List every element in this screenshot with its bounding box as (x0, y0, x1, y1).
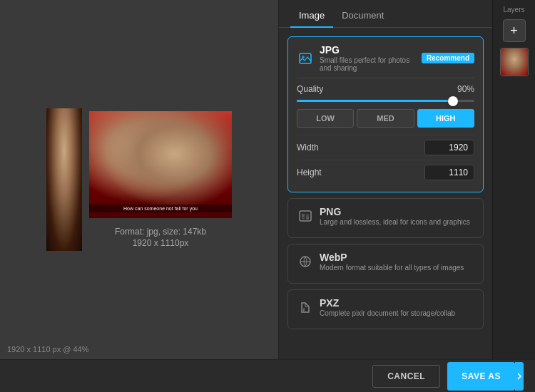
add-layer-button[interactable]: + (503, 19, 526, 42)
layer-thumbnail[interactable] (500, 48, 529, 76)
canvas-area: How can someone not fall for you Format:… (0, 0, 278, 359)
quality-slider-container[interactable] (297, 100, 474, 102)
main-image-preview: How can someone not fall for you (89, 111, 232, 218)
quality-section: Quality 90% LOW MED HIGH (297, 78, 474, 185)
layers-title: Layers (503, 6, 524, 14)
quality-label: Quality (297, 84, 323, 94)
quality-btn-high[interactable]: HIGH (417, 109, 474, 128)
svg-rect-0 (300, 53, 311, 63)
webp-desc: Modern format suitable for all types of … (320, 264, 474, 272)
height-label: Height (297, 167, 322, 177)
save-wrapper: SAVE AS (447, 362, 524, 391)
jpg-icon (297, 50, 314, 67)
format-info-line: Format: jpg, size: 147kb (115, 227, 206, 237)
quality-buttons: LOW MED HIGH (297, 109, 474, 128)
pxz-name: PXZ (320, 297, 474, 309)
side-image (46, 108, 82, 251)
format-card-webp[interactable]: WebP Modern format suitable for all type… (287, 244, 484, 284)
webp-icon (297, 253, 314, 270)
height-input[interactable] (424, 165, 474, 180)
canvas-preview: How can someone not fall for you Format:… (46, 108, 232, 251)
tab-document[interactable]: Document (333, 4, 392, 28)
pxz-desc: Complete pixlr document for storage/coll… (320, 309, 474, 317)
svg-rect-4 (306, 214, 309, 217)
pxz-icon (297, 299, 314, 316)
tab-image[interactable]: Image (290, 4, 333, 28)
dimensions-info-line: 1920 x 1110px (115, 238, 206, 248)
png-name: PNG (320, 206, 474, 217)
save-dropdown-button[interactable] (515, 362, 524, 391)
width-row: Width (297, 135, 474, 160)
quality-btn-med[interactable]: MED (357, 109, 414, 128)
png-icon (297, 207, 314, 225)
bottom-bar: CANCEL SAVE AS (0, 359, 535, 392)
svg-point-1 (302, 56, 305, 58)
format-panel: JPG Small files perfect for photos and s… (279, 28, 492, 359)
jpg-name: JPG (320, 44, 416, 56)
svg-rect-3 (302, 214, 305, 217)
height-row: Height (297, 160, 474, 185)
save-as-button[interactable]: SAVE AS (447, 362, 515, 391)
jpg-header: JPG Small files perfect for photos and s… (297, 44, 474, 72)
quality-value: 90% (457, 84, 474, 94)
svg-rect-6 (306, 217, 309, 220)
format-card-png[interactable]: PNG Large and lossless, ideal for icons … (287, 198, 484, 238)
export-panel: Image Document JPG Small f (278, 0, 492, 359)
quality-slider[interactable] (297, 100, 474, 102)
webp-header: WebP Modern format suitable for all type… (297, 252, 474, 272)
width-input[interactable] (424, 140, 474, 155)
format-card-jpg[interactable]: JPG Small files perfect for photos and s… (287, 36, 484, 192)
width-label: Width (297, 143, 319, 153)
layers-panel: Layers + (492, 0, 535, 359)
canvas-status: 1920 x 1110 px @ 44% (7, 345, 89, 354)
webp-name: WebP (320, 252, 474, 263)
jpg-desc: Small files perfect for photos and shari… (320, 56, 416, 72)
recommend-badge: Recommend (422, 53, 474, 63)
png-header: PNG Large and lossless, ideal for icons … (297, 206, 474, 226)
svg-rect-2 (300, 211, 311, 221)
svg-rect-5 (302, 217, 305, 220)
quality-slider-fill (297, 100, 457, 102)
pxz-header: PXZ Complete pixlr document for storage/… (297, 297, 474, 317)
quality-btn-low[interactable]: LOW (297, 109, 354, 128)
app-container: How can someone not fall for you Format:… (0, 0, 535, 359)
cancel-button[interactable]: CANCEL (372, 365, 440, 388)
png-desc: Large and lossless, ideal for icons and … (320, 218, 474, 226)
movie-caption: How can someone not fall for you (89, 205, 232, 212)
format-card-pxz[interactable]: PXZ Complete pixlr document for storage/… (287, 289, 484, 329)
image-info: Format: jpg, size: 147kb 1920 x 1110px (115, 227, 206, 248)
quality-slider-thumb[interactable] (448, 96, 458, 106)
export-tabs: Image Document (279, 0, 492, 28)
